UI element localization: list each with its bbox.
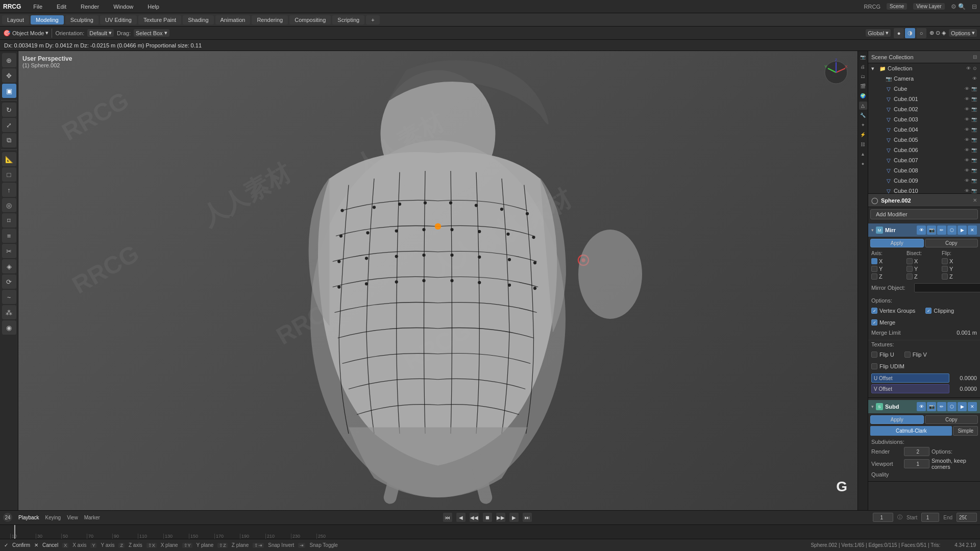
menu-file[interactable]: File	[29, 3, 46, 11]
end-frame-input[interactable]	[957, 513, 977, 522]
cube001-render[interactable]: 📷	[971, 96, 977, 102]
scene-item-cube002[interactable]: ▽ Cube.002 👁 📷	[868, 104, 980, 114]
render-value-input[interactable]	[904, 447, 929, 456]
mirror-realtime-icon[interactable]: 👁	[917, 226, 926, 235]
props-tab-material[interactable]: ●	[859, 160, 867, 168]
subd-edit-icon[interactable]: ✏	[937, 402, 946, 411]
props-tab-world[interactable]: 🌍	[859, 92, 867, 100]
scene-item-camera[interactable]: 📷 Camera 👁	[868, 73, 980, 84]
flip-v-checkbox[interactable]	[904, 352, 911, 358]
flip-y-checkbox[interactable]	[942, 266, 948, 272]
tab-sculpting[interactable]: Sculpting	[65, 15, 99, 24]
bisect-y-checkbox[interactable]	[906, 266, 913, 272]
flip-z-checkbox[interactable]	[942, 273, 948, 280]
axis-z-checkbox[interactable]	[871, 273, 877, 280]
axis-x[interactable]: X	[871, 258, 906, 264]
rendered-shading-btn[interactable]: ○	[916, 28, 926, 38]
keying-tab[interactable]: Keying	[43, 514, 63, 521]
cube009-vis[interactable]: 👁	[965, 178, 969, 183]
mirror-expand-icon[interactable]: ▾	[871, 228, 874, 233]
tab-shading[interactable]: Shading	[183, 15, 213, 24]
collection-select-icon[interactable]: ⊙	[973, 66, 977, 71]
play-reverse-btn[interactable]: ◀◀	[470, 513, 479, 522]
step-fwd-btn[interactable]: ▶	[509, 513, 519, 522]
cube007-vis[interactable]: 👁	[965, 158, 969, 163]
scene-selector[interactable]: Scene	[887, 3, 907, 10]
tab-layout[interactable]: Layout	[2, 15, 29, 24]
subd-realtime-icon[interactable]: 👁	[917, 402, 926, 411]
clipping-checkbox[interactable]: ✓	[925, 308, 932, 314]
scene-item-cube[interactable]: ▽ Cube 👁 📷	[868, 84, 980, 94]
show-overlays-btn[interactable]: ⊙	[936, 30, 940, 36]
jump-start-btn[interactable]: ⏮	[443, 513, 452, 522]
outliner-filter-icon[interactable]: ⊟	[973, 54, 977, 60]
transform-space[interactable]: Global▾	[866, 29, 891, 37]
flip-y[interactable]: Y	[942, 266, 977, 272]
cube009-render[interactable]: 📷	[971, 178, 977, 183]
current-frame-input[interactable]	[873, 513, 893, 522]
mirror-object-input[interactable]	[914, 283, 980, 292]
vertex-groups-row[interactable]: ✓ Vertex Groups ✓ Clipping	[871, 306, 977, 316]
v-offset-input[interactable]	[871, 384, 949, 393]
simple-button[interactable]: Simple	[953, 426, 978, 436]
mirror-close-icon[interactable]: ✕	[968, 226, 977, 235]
tab-texture-paint[interactable]: Texture Paint	[138, 15, 181, 24]
cube-vis-icon[interactable]: 👁	[965, 86, 969, 91]
mirror-copy-button[interactable]: Copy	[925, 239, 978, 247]
move-tool[interactable]: ✥	[2, 68, 16, 83]
vertex-groups-checkbox[interactable]: ✓	[871, 308, 877, 314]
cursor-tool[interactable]: ⊕	[2, 53, 16, 67]
props-tab-render[interactable]: 📷	[859, 53, 867, 61]
flip-x[interactable]: X	[942, 258, 977, 264]
scene-item-cube004[interactable]: ▽ Cube.004 👁 📷	[868, 124, 980, 135]
props-tab-particles[interactable]: ✦	[859, 121, 867, 129]
tab-modeling[interactable]: Modeling	[31, 15, 64, 24]
extrude-tool[interactable]: ↑	[2, 183, 16, 197]
bisect-z-checkbox[interactable]	[906, 273, 913, 280]
subd-cage-icon[interactable]: ⬡	[947, 402, 957, 411]
camera-eye-icon[interactable]: 👁	[972, 76, 977, 81]
props-tab-object[interactable]: △	[859, 102, 867, 110]
measure-tool[interactable]: 📐	[2, 152, 16, 166]
cube010-render[interactable]: 📷	[971, 188, 977, 193]
mirror-apply-button[interactable]: Apply	[870, 239, 924, 247]
cube006-render[interactable]: 📷	[971, 147, 977, 153]
cube007-render[interactable]: 📷	[971, 158, 977, 163]
scene-item-collection[interactable]: ▾ 📁 Collection 👁 ⊙	[868, 63, 980, 73]
props-tab-output[interactable]: 🖨	[859, 63, 867, 71]
tab-rendering[interactable]: Rendering	[252, 15, 288, 24]
solid-shading-btn[interactable]: ●	[894, 28, 904, 38]
playback-tab[interactable]: Playback	[16, 514, 41, 521]
jump-end-btn[interactable]: ⏭	[523, 513, 532, 522]
axis-y[interactable]: Y	[871, 266, 906, 272]
scene-item-cube007[interactable]: ▽ Cube.007 👁 📷	[868, 155, 980, 165]
options-btn[interactable]: Options▾	[949, 29, 977, 37]
orientation-selector[interactable]: Default▾	[87, 29, 114, 37]
add-cube-tool[interactable]: □	[2, 167, 16, 182]
show-gizmos-btn[interactable]: ⊕	[929, 30, 934, 36]
merge-row[interactable]: ✓ Merge	[871, 317, 977, 328]
scene-item-cube009[interactable]: ▽ Cube.009 👁 📷	[868, 176, 980, 186]
cube006-vis[interactable]: 👁	[965, 147, 969, 153]
props-tab-physics[interactable]: ⚡	[859, 131, 867, 139]
axis-y-checkbox[interactable]	[871, 266, 877, 272]
cube002-vis[interactable]: 👁	[965, 107, 969, 112]
menu-edit[interactable]: Edit	[53, 3, 70, 11]
material-shading-btn[interactable]: ◑	[905, 28, 915, 38]
subd-apply-button[interactable]: Apply	[870, 415, 924, 424]
flip-z[interactable]: Z	[942, 273, 977, 280]
mirror-render-icon[interactable]: 📷	[927, 226, 936, 235]
cube003-render[interactable]: 📷	[971, 117, 977, 122]
mirror-cage-icon[interactable]: ⬡	[947, 226, 957, 235]
scene-item-cube003[interactable]: ▽ Cube.003 👁 📷	[868, 114, 980, 124]
bisect-x-checkbox[interactable]	[906, 258, 913, 264]
cube010-vis[interactable]: 👁	[965, 188, 969, 193]
props-tab-data[interactable]: ▲	[859, 150, 867, 158]
subd-expand-icon[interactable]: ▾	[871, 404, 874, 409]
subd-render-icon[interactable]: 📷	[927, 402, 936, 411]
spin-tool[interactable]: ⟳	[2, 274, 16, 289]
stop-btn[interactable]: ⏹	[483, 513, 492, 522]
knife-tool[interactable]: ✂	[2, 244, 16, 258]
viewport-3d[interactable]: RRCG 人人素材 RRCG 人人素材 RRCG 人人素材 RRCG 人人素材	[18, 51, 857, 510]
menu-render[interactable]: Render	[77, 3, 103, 11]
